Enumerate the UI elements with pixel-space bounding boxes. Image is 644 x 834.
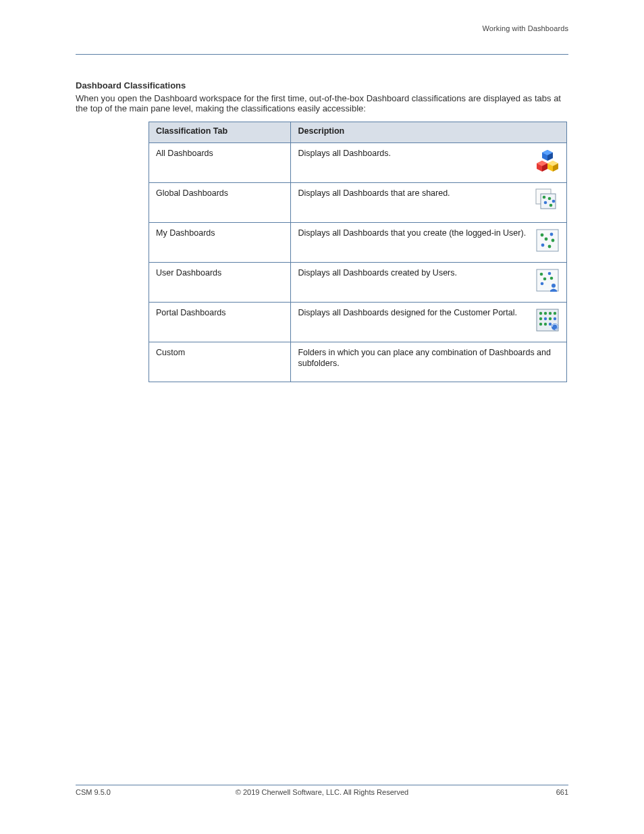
cell-classification: All Dashboards [149,143,291,183]
user-dashboards-icon [535,268,560,292]
cell-description: Displays all Dashboards designed for the… [291,303,567,342]
svg-point-26 [543,278,547,281]
svg-point-21 [541,244,545,247]
cell-description: Displays all Dashboards. [291,143,567,183]
table-row: Custom Folders in which you can place an… [149,342,567,382]
svg-point-41 [549,323,552,325]
table-row: User Dashboards Displays all Dashboards … [149,263,567,303]
footer-left: CSM 9.5.0 [76,788,130,796]
svg-point-37 [549,317,552,320]
svg-point-12 [548,197,552,201]
cell-classification: Global Dashboards [149,183,291,223]
header-right: Working with Dashboards [483,24,568,32]
svg-point-15 [552,200,556,203]
column-header-classification: Classification Tab [149,122,291,143]
svg-point-24 [540,273,543,276]
desc-text: Folders in which you can place any combi… [298,348,560,369]
table-row: Global Dashboards Displays all Dashboard… [149,183,567,223]
desc-text: Displays all Dashboards created by Users… [298,268,530,279]
column-header-description: Description [291,122,567,143]
svg-point-28 [541,282,544,286]
footer-rule [76,785,568,785]
desc-text: Displays all Dashboards designed for the… [298,308,530,319]
table-row: My Dashboards Displays all Dashboards th… [149,223,567,263]
svg-point-19 [545,238,548,241]
page-header: Working with Dashboards [76,24,568,35]
cell-description: Displays all Dashboards that are shared. [291,183,567,223]
classifications-table: Classification Tab Description All Dashb… [149,122,567,382]
cell-description: Displays all Dashboards created by Users… [291,263,567,303]
portal-dashboards-icon [535,308,560,332]
cell-classification: My Dashboards [149,223,291,263]
svg-point-18 [550,233,554,236]
cell-description: Folders in which you can place any combi… [291,342,567,382]
cell-classification: Portal Dashboards [149,303,291,342]
svg-point-17 [541,234,544,237]
desc-text: Displays all Dashboards. [298,149,530,159]
global-dashboards-icon [535,188,560,213]
section-title: Dashboard Classifications [76,80,568,90]
page-footer: CSM 9.5.0 © 2019 Cherwell Software, LLC.… [76,785,568,796]
table-row: All Dashboards Displays all Dashboards. [149,143,567,183]
table-header-row: Classification Tab Description [149,122,567,143]
page: Working with Dashboards Dashboard Classi… [0,0,644,834]
svg-point-14 [549,204,553,207]
section-intro: When you open the Dashboard workspace fo… [76,93,568,113]
svg-rect-23 [537,269,558,291]
svg-point-34 [554,312,556,315]
svg-rect-16 [537,230,558,251]
table-row: Portal Dashboards Displays all Dashboard… [149,303,567,342]
svg-point-36 [544,317,547,320]
cubes-icon [535,149,560,173]
svg-point-38 [554,317,556,320]
footer-center: © 2019 Cherwell Software, LLC. All Right… [130,788,514,796]
svg-point-35 [539,317,542,320]
cell-description: Displays all Dashboards that you create … [291,223,567,263]
svg-point-20 [552,239,555,242]
svg-point-11 [543,196,546,199]
svg-point-22 [548,245,552,249]
desc-text: Displays all Dashboards that are shared. [298,188,530,199]
svg-point-13 [544,201,547,205]
svg-point-27 [550,277,554,280]
my-dashboards-icon [535,228,560,253]
svg-point-32 [544,312,547,315]
header-rule [76,54,568,55]
svg-point-29 [552,284,556,288]
svg-point-25 [548,272,552,276]
svg-point-39 [539,323,542,325]
svg-point-33 [549,312,552,315]
desc-text: Displays all Dashboards that you create … [298,228,530,239]
svg-point-31 [539,312,542,315]
footer-right: 661 [514,788,568,796]
cell-classification: User Dashboards [149,263,291,303]
cell-classification: Custom [149,342,291,382]
svg-point-40 [544,323,547,325]
